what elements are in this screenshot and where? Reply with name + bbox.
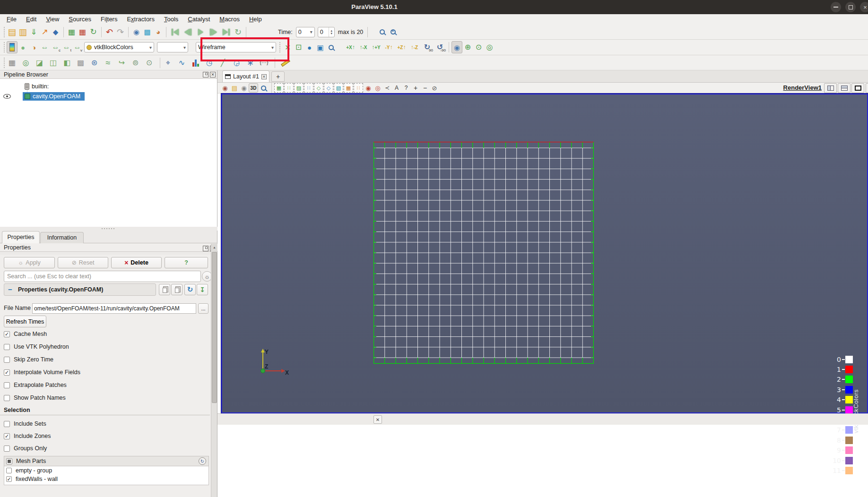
set-view-direction-button[interactable]: ●: [304, 41, 315, 53]
cache-mesh-checkbox[interactable]: ✓: [4, 331, 10, 337]
include-zones-checkbox[interactable]: ✓: [4, 433, 10, 439]
calculator-filter-button[interactable]: ▦: [7, 57, 17, 69]
extract-time-steps-button[interactable]: ╱: [217, 57, 228, 69]
view-minus-y-button[interactable]: -Y↑: [382, 41, 395, 53]
status-close-button[interactable]: ✕: [373, 415, 382, 424]
disconnect-server-button[interactable]: ▦: [77, 26, 88, 38]
time-index-spinbox[interactable]: 0▲▼: [318, 27, 335, 37]
save-data-button[interactable]: ▥: [17, 26, 28, 38]
spinbox-arrows[interactable]: ▲▼: [329, 27, 334, 37]
menu-edit[interactable]: Edit: [21, 14, 41, 25]
threshold-filter-button[interactable]: ◧: [61, 57, 72, 69]
menu-extractors[interactable]: Extractors: [122, 14, 159, 25]
view-plus-x-button[interactable]: +X↑: [344, 41, 357, 53]
menu-filters[interactable]: Filters: [96, 14, 122, 25]
probe-location-button[interactable]: ⌖: [163, 57, 174, 69]
mesh-parts-header[interactable]: Mesh Parts ↻: [4, 456, 209, 466]
add-layout-tab-button[interactable]: +: [271, 71, 285, 82]
extract-selection-button[interactable]: ∗: [245, 57, 256, 69]
ruler-button[interactable]: [278, 57, 294, 69]
render-view-title[interactable]: RenderView1: [783, 84, 822, 91]
zoom-box-button[interactable]: [258, 82, 269, 94]
stream-tracer-button[interactable]: ≈: [103, 57, 113, 69]
split-vertical-button[interactable]: [838, 83, 851, 93]
pipeline-item-cavity[interactable]: cavity.OpenFOAM: [0, 92, 217, 101]
extract-subset-button[interactable]: ▩: [75, 57, 86, 69]
menu-sources[interactable]: Sources: [64, 14, 96, 25]
rescale-to-data-range-button[interactable]: ⇔: [39, 41, 50, 53]
undo-button[interactable]: ↶: [104, 26, 115, 38]
reset-button[interactable]: ⊘ Reset: [58, 257, 108, 268]
menu-tools[interactable]: Tools: [159, 14, 183, 25]
wireframe-mesh[interactable]: [373, 142, 594, 364]
edit-color-map-button[interactable]: ●: [17, 41, 28, 53]
help-button[interactable]: ?: [165, 257, 208, 268]
file-name-input[interactable]: [32, 303, 196, 314]
group-datasets-button[interactable]: ⊚: [130, 57, 141, 69]
zoom-to-box-button[interactable]: [326, 41, 337, 53]
show-center-axes-button[interactable]: ⊙: [473, 41, 484, 53]
vcr-next-button[interactable]: [207, 26, 220, 38]
pipeline-close-button[interactable]: ✕: [210, 72, 216, 77]
copy-properties-button[interactable]: [159, 284, 170, 295]
plot-over-time-button[interactable]: ◷: [204, 57, 215, 69]
properties-float-button[interactable]: [203, 246, 208, 251]
refresh-times-button[interactable]: Refresh Times: [4, 316, 46, 327]
panel-splitter[interactable]: [0, 227, 217, 231]
vcr-play-button[interactable]: [194, 26, 207, 38]
rescale-to-visible-range-button[interactable]: ⇔v: [72, 41, 83, 53]
clear-selection-button[interactable]: ⊘: [430, 83, 439, 93]
select-points-on-button[interactable]: ∷: [284, 83, 294, 93]
fixedwalls-wall-checkbox[interactable]: ✓: [6, 476, 12, 482]
interactive-select-tooltip-button[interactable]: ≺: [382, 83, 392, 93]
camera-manipulator-button[interactable]: ◉: [451, 41, 462, 53]
select-polygon-cells-button[interactable]: ◇: [314, 83, 323, 93]
save-animation-button[interactable]: ◆: [50, 26, 61, 38]
rescale-to-custom-range-button[interactable]: ⇔c: [50, 41, 61, 53]
menu-view[interactable]: View: [41, 14, 64, 25]
split-horizontal-button[interactable]: [824, 83, 837, 93]
render-viewport[interactable]: YXZ 01234567891011 vtkBlockColors: [221, 94, 868, 413]
rescale-to-temporal-range-button[interactable]: ⇔t: [61, 41, 72, 53]
use-vtk-polyhedron-checkbox[interactable]: [4, 344, 10, 350]
redo-button[interactable]: ↷: [115, 26, 126, 38]
capture-view-button[interactable]: ◉: [239, 83, 249, 93]
shrink-selection-button[interactable]: −: [420, 83, 430, 93]
close-view-button[interactable]: ✕: [866, 83, 868, 93]
apply-button[interactable]: ☼ Apply: [4, 257, 55, 268]
maximize-view-button[interactable]: [851, 83, 864, 93]
maximize-button[interactable]: [845, 2, 856, 12]
properties-section-header[interactable]: − Properties (cavity.OpenFOAM): [4, 283, 156, 296]
clip-filter-button[interactable]: ◪: [34, 57, 45, 69]
vcr-loop-button[interactable]: ↻: [233, 26, 243, 38]
tab-information[interactable]: Information: [40, 232, 84, 243]
empty-group-checkbox[interactable]: [6, 468, 12, 473]
vcr-first-button[interactable]: [169, 26, 182, 38]
connect-server-button[interactable]: ▦: [66, 26, 77, 38]
representation-combo[interactable]: Wireframe▾: [196, 42, 276, 52]
warp-filter-button[interactable]: ↪: [116, 57, 127, 69]
hover-points-button[interactable]: ◎: [373, 83, 382, 93]
tab-properties[interactable]: Properties: [2, 231, 40, 243]
toggle-interaction-mode-button[interactable]: 3D: [249, 83, 258, 93]
scrollbar-thumb[interactable]: [212, 252, 217, 403]
scrollbar-up-button[interactable]: ▲: [211, 244, 217, 251]
search-input[interactable]: [4, 271, 201, 282]
capture-screenshot-button[interactable]: ▤: [230, 83, 239, 93]
select-points-through-button[interactable]: ∷: [304, 83, 313, 93]
properties-scrollbar[interactable]: ▲ ▼: [211, 244, 217, 497]
paste-properties-button[interactable]: [171, 284, 182, 295]
reset-session-button[interactable]: ↻: [88, 26, 99, 38]
interpolate-volume-fields-checkbox[interactable]: ✓: [4, 369, 10, 376]
zoom-in-button[interactable]: [377, 26, 388, 38]
skip-zero-time-checkbox[interactable]: [4, 357, 10, 363]
mesh-parts-tristate-checkbox[interactable]: [6, 458, 12, 464]
contour-filter-button[interactable]: ◎: [20, 57, 31, 69]
visibility-eye-icon[interactable]: [3, 94, 11, 99]
zoom-to-data-button[interactable]: ⊡: [293, 41, 304, 53]
select-polygon-points-button[interactable]: ◇: [324, 83, 333, 93]
select-cells-on-button[interactable]: ▦: [274, 83, 284, 93]
layout-tab-close-icon[interactable]: ✕: [261, 74, 267, 79]
time-value-combo[interactable]: 0▾: [296, 27, 315, 37]
menu-catalyst[interactable]: Catalyst: [183, 14, 215, 25]
